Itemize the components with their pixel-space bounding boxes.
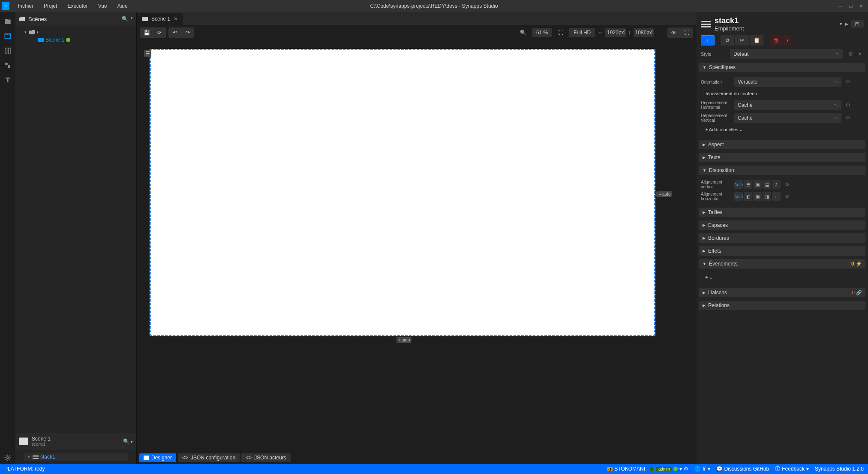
caret-icon[interactable]: ▾	[27, 455, 31, 459]
refresh-button[interactable]: ⟳	[153, 28, 165, 37]
section-tailles[interactable]: ▶Tailles	[699, 208, 865, 217]
orientation-select[interactable]: Verticale	[734, 77, 841, 87]
status-platform: PLATFORM: redy	[4, 466, 45, 472]
close-window-button[interactable]: ✕	[856, 2, 866, 10]
menu-view[interactable]: Vue	[93, 1, 112, 11]
section-espaces[interactable]: ▶Espaces	[699, 220, 865, 230]
actor-stack1[interactable]: ▾ stack1	[24, 453, 128, 461]
section-aspect[interactable]: ▶Aspect	[699, 140, 865, 149]
search-icon[interactable]: 🔍	[122, 16, 128, 22]
maximize-button[interactable]: □	[846, 2, 856, 10]
gear-icon[interactable]: ⚙	[684, 466, 688, 472]
caret-icon[interactable]: ▾	[23, 30, 27, 34]
tab-designer[interactable]: Designer	[139, 453, 176, 462]
section-effets[interactable]: ▶Effets	[699, 246, 865, 256]
menu-help[interactable]: Aide	[112, 1, 133, 11]
cut-button[interactable]: ✂	[735, 35, 749, 45]
tab-scene-1[interactable]: Scène 1 ✕	[137, 12, 183, 25]
undo-button[interactable]: ↶	[169, 28, 181, 37]
paste-button[interactable]: 📋	[750, 35, 763, 45]
valign-middle[interactable]: ▣	[753, 180, 762, 189]
redo-button[interactable]: ↷	[182, 28, 194, 37]
scene-canvas[interactable]: ☰	[150, 49, 655, 336]
width-field[interactable]: 1920px▴▾	[605, 28, 625, 37]
activity-shapes[interactable]	[2, 59, 14, 71]
section-relations[interactable]: ▶Relations	[699, 301, 865, 310]
gear-icon[interactable]: ⚙	[785, 181, 790, 187]
zoom-out-icon[interactable]: 🔍	[517, 28, 529, 37]
canvas-viewport[interactable]: ☰ ↔auto ↕ auto	[137, 40, 697, 452]
activity-library[interactable]	[2, 45, 14, 57]
preset-select[interactable]: Full HD	[569, 28, 595, 37]
height-field[interactable]: 1080px▴▾	[634, 28, 654, 37]
hamburger-indicator[interactable]: ☰	[144, 50, 151, 57]
fullscreen-button[interactable]: ⛶	[681, 28, 693, 37]
halign-center[interactable]: ▣	[753, 192, 762, 201]
gear-icon[interactable]: ⚙	[846, 79, 851, 85]
editor-tab-bar: Scène 1 ✕	[137, 12, 697, 25]
tab-json-config[interactable]: <> JSON configuration	[178, 453, 240, 462]
search-icon[interactable]: 🔍	[123, 438, 129, 444]
overflow-v-select[interactable]: Caché	[734, 113, 841, 123]
fit-button[interactable]: ⛶	[555, 28, 567, 37]
activity-scenes[interactable]	[2, 30, 14, 42]
menu-project[interactable]: Projet	[39, 1, 62, 11]
status-org[interactable]: ◑ STOKOMANI - 👤 admin ▾ ⚙	[607, 466, 688, 472]
chevron-right-icon[interactable]: ▶	[845, 22, 848, 26]
tree-scene-1[interactable]: Scène 1	[17, 36, 135, 44]
gear-icon[interactable]: ⚙	[846, 102, 851, 108]
valign-top[interactable]: ⬒	[744, 180, 752, 189]
gear-icon[interactable]: ⚙	[848, 51, 853, 57]
menu-file[interactable]: Fichier	[13, 1, 39, 11]
key-button[interactable]: ⚿	[851, 20, 864, 28]
section-bordures[interactable]: ▶Bordures	[699, 233, 865, 243]
halign-stretch[interactable]: ↔	[772, 192, 781, 201]
valign-auto[interactable]: Auto	[734, 180, 743, 189]
svg-rect-4	[19, 17, 20, 18]
add-button[interactable]: +	[701, 35, 715, 45]
chevron-down-icon[interactable]: ▼	[839, 22, 843, 26]
gear-icon[interactable]: ⚙	[785, 193, 790, 199]
add-event-button[interactable]: + ⌄	[699, 272, 865, 283]
valign-bottom[interactable]: ⬓	[763, 180, 771, 189]
section-specifiques[interactable]: ▼Spécifiques	[699, 63, 865, 72]
halign-right[interactable]: ◨	[763, 192, 771, 201]
copy-button[interactable]: ⧉	[721, 35, 734, 45]
overflow-heading: Dépassement du contenu	[699, 88, 865, 99]
chevron-down-icon[interactable]: ▾	[131, 440, 133, 444]
actors-scene-key: scene1	[32, 442, 51, 447]
window-title: C:\Code\synapps-projects\REDY\devs - Syn…	[370, 3, 498, 9]
status-discussions[interactable]: 💬 Discussions GitHub	[716, 466, 769, 472]
save-button[interactable]: 💾	[141, 28, 153, 37]
halign-left[interactable]: ◧	[744, 192, 752, 201]
more-icon[interactable]: ▾	[859, 51, 864, 57]
minimize-button[interactable]: —	[835, 2, 846, 10]
scene-icon	[142, 17, 148, 21]
activity-files[interactable]	[2, 15, 14, 27]
activity-settings[interactable]	[2, 452, 14, 464]
menu-run[interactable]: Exécuter	[62, 1, 93, 11]
status-feedback[interactable]: ⓘ Feedback ▾	[775, 465, 809, 473]
tab-close-button[interactable]: ✕	[174, 16, 178, 22]
tab-json-actors[interactable]: <> JSON acteurs	[241, 453, 291, 462]
gear-icon[interactable]: ⚙	[846, 115, 851, 121]
halign-auto[interactable]: Auto	[734, 192, 743, 201]
delete-menu-button[interactable]: ▾	[784, 35, 791, 45]
activity-text[interactable]	[2, 74, 14, 86]
valign-stretch[interactable]: ⇕	[772, 180, 781, 189]
chevron-down-icon[interactable]: ▾	[131, 16, 133, 22]
section-disposition[interactable]: ▼Disposition	[699, 166, 865, 175]
status-lang[interactable]: 🌐 fr ▾	[694, 466, 710, 472]
app-logo: S	[2, 2, 9, 10]
delete-button[interactable]: 🗑	[769, 35, 783, 45]
tree-root[interactable]: ▾ /	[17, 28, 135, 36]
additional-toggle[interactable]: + Additionnelles ⌄	[699, 124, 865, 135]
section-evenements[interactable]: ▼Événements0 ⚡	[699, 259, 865, 269]
inspector-panel: stack1 Empilement ▼ ▶ ⚿ + ⧉ ✂ 📋 🗑 ▾ Styl…	[697, 12, 868, 464]
visibility-button[interactable]: 👁	[668, 28, 680, 37]
section-texte[interactable]: ▶Texte	[699, 153, 865, 162]
section-liaisons[interactable]: ▶Liaisons0 🔗	[699, 288, 865, 297]
zoom-value[interactable]: 61 %	[532, 28, 552, 37]
style-select[interactable]: Défaut	[730, 49, 843, 59]
overflow-h-select[interactable]: Caché	[734, 100, 841, 110]
